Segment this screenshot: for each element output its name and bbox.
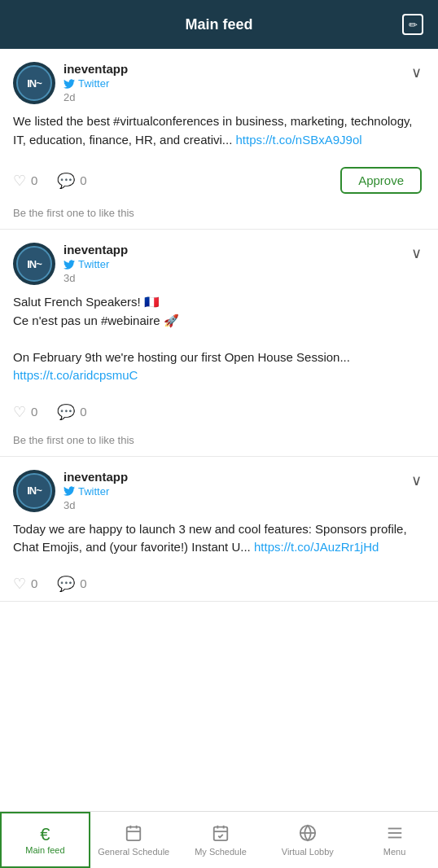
general-schedule-icon (125, 824, 142, 845)
source-label-1: Twitter (78, 77, 109, 90)
nav-item-general-schedule[interactable]: General Schedule (90, 812, 177, 868)
like-count-1: 0 (31, 173, 37, 187)
feed-actions-1: ♡ 0 💬 0 Approve (13, 159, 425, 202)
comment-icon-3: 💬 (57, 575, 75, 593)
account-name-3: ineventapp (64, 470, 128, 484)
feed-item-2-left: IN~ ineventapp Twitter 3d (13, 243, 128, 285)
account-time-3: 3d (64, 499, 128, 511)
bottom-nav: € Main feed General Schedule My Schedule (0, 811, 438, 868)
like-count-2: 0 (31, 405, 37, 419)
menu-label: Menu (383, 848, 406, 857)
feed-actions-2: ♡ 0 💬 0 (13, 395, 425, 429)
main-feed: IN~ ineventapp Twitter 2d ∨ We listed th… (0, 49, 438, 663)
avatar-inner-3: IN~ (16, 473, 52, 509)
comment-count-1: 0 (80, 173, 86, 187)
account-name-1: ineventapp (64, 62, 128, 76)
account-source-1: Twitter (64, 77, 128, 90)
like-action-3[interactable]: ♡ 0 (13, 575, 37, 593)
heart-icon-2: ♡ (13, 403, 26, 421)
feed-actions-left-3: ♡ 0 💬 0 (13, 575, 87, 593)
feed-item-2-header: IN~ ineventapp Twitter 3d ∨ (13, 243, 425, 285)
heart-icon-3: ♡ (13, 575, 26, 593)
like-count-3: 0 (31, 576, 37, 590)
comment-icon-1: 💬 (57, 172, 75, 190)
feed-text-2: Salut French Speakers! 🇫🇷Ce n'est pas un… (13, 295, 350, 364)
general-schedule-label: General Schedule (98, 848, 169, 857)
avatar-1: IN~ (13, 62, 55, 104)
feed-actions-left-1: ♡ 0 💬 0 (13, 172, 87, 190)
feed-item-1-left: IN~ ineventapp Twitter 2d (13, 62, 128, 104)
comment-action-1[interactable]: 💬 0 (57, 172, 86, 190)
like-action-2[interactable]: ♡ 0 (13, 403, 37, 421)
like-label-2: Be the first one to like this (13, 429, 425, 456)
comment-action-3[interactable]: 💬 0 (57, 575, 86, 593)
nav-item-my-schedule[interactable]: My Schedule (177, 812, 265, 868)
feed-actions-left-2: ♡ 0 💬 0 (13, 403, 87, 421)
svg-rect-0 (127, 826, 141, 840)
my-schedule-icon (212, 824, 230, 845)
twitter-icon-2 (64, 259, 75, 270)
feed-link-1[interactable]: https://t.co/nSBxA9J9ol (235, 133, 361, 147)
heart-icon-1: ♡ (13, 172, 26, 190)
account-source-3: Twitter (64, 485, 128, 498)
feed-account-info-1: ineventapp Twitter 2d (64, 62, 128, 103)
nav-item-virtual-lobby[interactable]: Virtual Lobby (264, 812, 351, 868)
comment-count-2: 0 (80, 405, 86, 419)
twitter-icon-3 (64, 485, 75, 497)
like-label-1: Be the first one to like this (13, 202, 425, 229)
feed-account-info-2: ineventapp Twitter 3d (64, 243, 128, 284)
feed-content-3: Today we are happy to launch 3 new and c… (13, 520, 425, 557)
feed-item-3-left: IN~ ineventapp Twitter 3d (13, 470, 128, 512)
menu-icon (386, 824, 404, 845)
feed-link-3[interactable]: https://t.co/JAuzRr1jHd (254, 540, 379, 554)
feed-item-3: IN~ ineventapp Twitter 3d ∨ Today we are… (0, 457, 438, 602)
comment-action-2[interactable]: 💬 0 (57, 403, 86, 421)
edit-icon[interactable] (402, 14, 423, 35)
feed-item-1: IN~ ineventapp Twitter 2d ∨ We listed th… (0, 49, 438, 230)
feed-link-2[interactable]: https://t.co/aridcpsmuC (13, 368, 138, 382)
source-label-3: Twitter (78, 485, 109, 498)
feed-content-2: Salut French Speakers! 🇫🇷Ce n'est pas un… (13, 293, 425, 385)
approve-button-1[interactable]: Approve (340, 167, 422, 194)
feed-item-2: IN~ ineventapp Twitter 3d ∨ Salut French… (0, 230, 438, 457)
avatar-2: IN~ (13, 243, 55, 285)
svg-rect-4 (214, 826, 228, 840)
my-schedule-label: My Schedule (195, 848, 247, 857)
feed-item-1-header: IN~ ineventapp Twitter 2d ∨ (13, 62, 425, 104)
chevron-down-2[interactable]: ∨ (408, 243, 425, 264)
comment-icon-2: 💬 (57, 403, 75, 421)
feed-item-3-header: IN~ ineventapp Twitter 3d ∨ (13, 470, 425, 512)
feed-account-info-3: ineventapp Twitter 3d (64, 470, 128, 511)
virtual-lobby-icon (299, 824, 317, 845)
avatar-inner-1: IN~ (16, 65, 52, 101)
like-action-1[interactable]: ♡ 0 (13, 172, 37, 190)
nav-item-main-feed[interactable]: € Main feed (0, 812, 90, 868)
main-feed-label: Main feed (25, 846, 64, 855)
chevron-down-1[interactable]: ∨ (408, 62, 425, 83)
comment-count-3: 0 (80, 576, 86, 590)
account-time-1: 2d (64, 91, 128, 103)
feed-content-1: We listed the best #virtualconferences i… (13, 112, 425, 149)
chevron-down-3[interactable]: ∨ (408, 470, 425, 491)
header-title: Main feed (185, 16, 252, 33)
feed-actions-3: ♡ 0 💬 0 (13, 567, 425, 601)
source-label-2: Twitter (78, 258, 109, 270)
main-feed-icon: € (40, 826, 50, 844)
avatar-3: IN~ (13, 470, 55, 512)
avatar-inner-2: IN~ (16, 246, 52, 282)
account-source-2: Twitter (64, 258, 128, 270)
nav-item-menu[interactable]: Menu (351, 812, 438, 868)
account-name-2: ineventapp (64, 243, 128, 256)
virtual-lobby-label: Virtual Lobby (282, 848, 334, 857)
header: Main feed (0, 0, 438, 49)
account-time-2: 3d (64, 272, 128, 284)
twitter-icon-1 (64, 78, 75, 90)
